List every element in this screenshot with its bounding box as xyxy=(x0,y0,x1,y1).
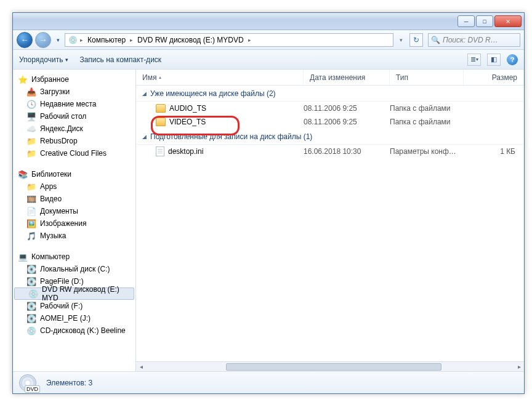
star-icon: ⭐ xyxy=(18,74,28,84)
ini-file-icon xyxy=(156,147,164,156)
folder-icon: 📁 xyxy=(26,182,36,191)
downloads-icon: 📥 xyxy=(26,87,36,97)
sidebar[interactable]: ⭐Избранное 📥Загрузки 🕓Недавние места 🖥️Р… xyxy=(13,70,136,371)
folder-icon xyxy=(156,118,166,126)
sidebar-item-rebusdrop[interactable]: 📁RebusDrop xyxy=(13,135,135,147)
sidebar-item-documents[interactable]: 📄Документы xyxy=(13,205,135,217)
search-placeholder: Поиск: DVD R… xyxy=(443,36,498,44)
sidebar-item-pictures[interactable]: 🖼️Изображения xyxy=(13,217,135,230)
scrollbar-thumb[interactable] xyxy=(226,363,441,371)
breadcrumb-dvd[interactable]: DVD RW дисковод (E:) MYDVD xyxy=(134,34,247,46)
chevron-right-icon: ▸ xyxy=(129,37,134,43)
view-options-button[interactable]: ≣ ▾ xyxy=(467,54,481,66)
column-type[interactable]: Тип xyxy=(390,70,464,85)
libraries-icon: 📚 xyxy=(18,169,28,179)
computer-icon: 💻 xyxy=(18,252,28,262)
drive-icon: 💽 xyxy=(26,313,36,323)
pictures-icon: 🖼️ xyxy=(26,219,36,228)
explorer-window: — ☐ ✕ ← → ▾ 💿 ▸ Компьютер ▸ DVD RW диско… xyxy=(12,12,525,394)
chevron-right-icon: ▸ xyxy=(79,37,84,43)
sidebar-item-cd-k[interactable]: 💿CD-дисковод (K:) Beeline xyxy=(13,324,135,337)
address-dropdown-icon[interactable]: ▾ xyxy=(396,37,406,43)
sidebar-item-drive-j[interactable]: 💽AOMEI_PE (J:) xyxy=(13,312,135,324)
sidebar-item-video[interactable]: 🎞️Видео xyxy=(13,193,135,205)
sidebar-item-dvd-e[interactable]: 💿DVD RW дисковод (E:) MYD xyxy=(14,287,134,300)
status-bar: DVD Элементов: 3 xyxy=(13,371,524,393)
close-button[interactable]: ✕ xyxy=(494,15,522,27)
chevron-down-icon: ▾ xyxy=(65,57,68,63)
desktop-icon: 🖥️ xyxy=(26,111,36,121)
status-text: Элементов: 3 xyxy=(46,379,92,387)
folder-icon: 📁 xyxy=(26,136,36,146)
drive-icon: 💽 xyxy=(26,276,36,286)
sidebar-item-apps[interactable]: 📁Apps xyxy=(13,180,135,193)
video-icon: 🎞️ xyxy=(26,194,36,204)
cloud-icon: ☁️ xyxy=(26,124,36,134)
collapse-icon: ◢ xyxy=(142,90,147,97)
maximize-button[interactable]: ☐ xyxy=(476,15,493,27)
sidebar-item-yandex[interactable]: ☁️Яндекс.Диск xyxy=(13,123,135,135)
toolbar: Упорядочить ▾ Запись на компакт-диск ≣ ▾… xyxy=(13,50,524,70)
sidebar-item-desktop[interactable]: 🖥️Рабочий стол xyxy=(13,110,135,123)
group-existing-files[interactable]: ◢ Уже имеющиеся на диске файлы (2) xyxy=(136,86,524,102)
column-name[interactable]: Имя▴ xyxy=(136,70,304,85)
drive-icon: 💽 xyxy=(26,301,36,311)
sort-asc-icon: ▴ xyxy=(159,74,161,80)
drive-icon: 💽 xyxy=(26,264,36,274)
chevron-right-icon: ▸ xyxy=(247,37,252,43)
dvd-status-icon: DVD xyxy=(18,374,40,392)
sidebar-item-drive-c[interactable]: 💽Локальный диск (C:) xyxy=(13,263,135,275)
column-headers: Имя▴ Дата изменения Тип Размер xyxy=(136,70,524,86)
table-row-highlighted[interactable]: VIDEO_TS 08.11.2006 9:25 Папка с файлами xyxy=(136,115,524,129)
horizontal-scrollbar[interactable]: ◂ ▸ xyxy=(136,361,524,371)
help-button[interactable]: ? xyxy=(507,54,518,65)
folder-icon: 📁 xyxy=(26,148,36,158)
organize-button[interactable]: Упорядочить ▾ xyxy=(19,55,68,64)
dvd-icon: 💿 xyxy=(28,289,38,299)
scroll-left-icon[interactable]: ◂ xyxy=(136,363,146,370)
sidebar-libraries-header[interactable]: 📚Библиотеки xyxy=(13,168,135,180)
column-size[interactable]: Размер xyxy=(464,70,524,85)
breadcrumb-computer[interactable]: Компьютер xyxy=(84,34,129,46)
documents-icon: 📄 xyxy=(26,206,36,216)
folder-icon xyxy=(156,104,166,113)
search-icon: 🔍 xyxy=(431,36,440,44)
history-dropdown-icon[interactable]: ▾ xyxy=(54,33,62,47)
refresh-button[interactable]: ↻ xyxy=(409,33,423,47)
sidebar-item-ccfiles[interactable]: 📁Creative Cloud Files xyxy=(13,147,135,159)
collapse-icon: ◢ xyxy=(142,134,147,140)
sidebar-favorites-header[interactable]: ⭐Избранное xyxy=(13,73,135,86)
column-date[interactable]: Дата изменения xyxy=(304,70,390,85)
preview-pane-button[interactable]: ◧ xyxy=(487,54,501,66)
sidebar-item-recent[interactable]: 🕓Недавние места xyxy=(13,98,135,110)
search-input[interactable]: 🔍 Поиск: DVD R… xyxy=(428,33,520,47)
address-bar[interactable]: 💿 ▸ Компьютер ▸ DVD RW дисковод (E:) MYD… xyxy=(65,33,393,47)
back-button[interactable]: ← xyxy=(17,32,33,48)
scroll-right-icon[interactable]: ▸ xyxy=(514,363,524,370)
minimize-button[interactable]: — xyxy=(457,15,475,27)
titlebar: — ☐ ✕ xyxy=(13,13,524,30)
sidebar-item-music[interactable]: 🎵Музыка xyxy=(13,230,135,242)
drive-icon: 💿 xyxy=(68,35,78,45)
file-list-area: Имя▴ Дата изменения Тип Размер ◢ Уже име… xyxy=(136,70,524,371)
table-row[interactable]: desktop.ini 16.06.2018 10:30 Параметры к… xyxy=(136,145,524,158)
table-row[interactable]: AUDIO_TS 08.11.2006 9:25 Папка с файлами xyxy=(136,102,524,115)
cd-icon: 💿 xyxy=(26,326,36,336)
music-icon: 🎵 xyxy=(26,231,36,241)
sidebar-item-downloads[interactable]: 📥Загрузки xyxy=(13,86,135,98)
burn-to-disc-button[interactable]: Запись на компакт-диск xyxy=(79,55,161,64)
sidebar-computer-header[interactable]: 💻Компьютер xyxy=(13,251,135,263)
recent-icon: 🕓 xyxy=(26,99,36,109)
group-pending-files[interactable]: ◢ Подготовленные для записи на диск файл… xyxy=(136,129,524,145)
nav-bar: ← → ▾ 💿 ▸ Компьютер ▸ DVD RW дисковод (E… xyxy=(13,30,524,50)
forward-button: → xyxy=(35,32,51,48)
body-split: ⭐Избранное 📥Загрузки 🕓Недавние места 🖥️Р… xyxy=(13,70,524,371)
chevron-down-icon: ▾ xyxy=(476,57,478,62)
